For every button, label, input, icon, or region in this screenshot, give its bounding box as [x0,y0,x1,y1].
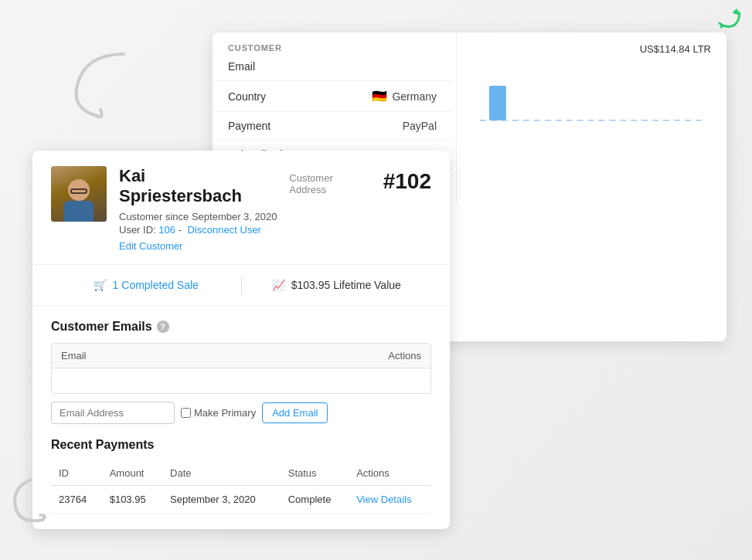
swirl-top-left-deco [62,46,155,134]
make-primary-label: Make Primary [181,407,256,419]
chart-small-icon: 📈 [272,279,285,291]
cart-icon: 🛒 [94,279,107,291]
svg-rect-1 [489,86,506,120]
payments-section-title: Recent Payments [51,438,431,452]
view-details-link[interactable]: View Details [356,494,411,505]
email-col-header: Email [61,350,388,361]
detail-label-country: Country [228,90,321,103]
cell-action: View Details [349,486,431,514]
disconnect-user-link[interactable]: Disconnect User [188,224,261,236]
col-amount: Amount [102,461,162,486]
germany-flag-icon: 🇩🇪 [372,89,387,104]
payments-table: ID Amount Date Status Actions 23764 $103… [51,461,431,514]
customer-name: Kai Spriestersbach [119,166,271,206]
email-add-row: Make Primary Add Email [51,402,431,424]
edit-customer-link[interactable]: Edit Customer [119,240,371,252]
avatar-body [64,201,94,222]
col-actions: Actions [349,461,431,486]
swirl-top-right-deco [692,6,746,56]
payments-table-body: 23764 $103.95 September 3, 2020 Complete… [51,486,431,514]
cell-amount: $103.95 [102,486,162,514]
sales-bar: 🛒 1 Completed Sale 📈 $103.95 Lifetime Va… [32,265,450,306]
customer-info-card: Kai Spriestersbach Customer Address Cust… [32,151,450,529]
detail-label-email: Email [228,60,321,73]
user-id-link[interactable]: 106 [158,224,175,236]
col-status: Status [281,461,349,486]
add-email-button[interactable]: Add Email [262,402,328,423]
email-table: Email Actions [51,343,431,394]
completed-sale-link[interactable]: 1 Completed Sale [113,279,199,291]
recent-payments-section: Recent Payments ID Amount Date Status Ac… [32,438,450,529]
customer-section-label: CUSTOMER [213,32,452,53]
chart-area [457,55,726,174]
detail-row-email: Email [213,53,452,81]
help-icon[interactable]: ? [157,321,169,333]
user-id-label: User ID: [119,224,156,236]
detail-value-country: 🇩🇪 Germany [321,89,437,104]
lifetime-value-text: $103.95 Lifetime Value [291,279,401,291]
actions-col-header: Actions [388,350,421,361]
lifetime-value-item: 📈 $103.95 Lifetime Value [242,279,432,291]
col-date: Date [162,461,281,486]
payments-table-head: ID Amount Date Status Actions [51,461,431,486]
payments-header-row: ID Amount Date Status Actions [51,461,431,486]
detail-row-payment: Payment PayPal [213,112,452,141]
avatar-glasses [70,188,87,194]
detail-row-country: Country 🇩🇪 Germany [213,81,452,112]
customer-number: #102 [383,166,431,194]
cell-date: September 3, 2020 [162,486,281,514]
email-table-header: Email Actions [52,344,430,368]
customer-address-label: Customer Address [289,172,370,195]
email-address-input[interactable] [51,402,175,424]
cell-status: Complete [281,486,349,514]
chart-value-label: US$114.84 LTR [457,32,726,55]
customer-info: Kai Spriestersbach Customer Address Cust… [119,166,371,252]
completed-sales-item: 🛒 1 Completed Sale [51,279,241,291]
chart-panel: US$114.84 LTR [456,32,726,202]
table-row: 23764 $103.95 September 3, 2020 Complete… [51,486,431,514]
customer-emails-section: Customer Emails ? Email Actions Make Pri… [32,306,450,438]
detail-label-payment: Payment [228,120,321,132]
scene: CUSTOMER Email Country 🇩🇪 Germany Paymen… [0,0,752,560]
revenue-chart [472,63,711,163]
customer-userid: User ID: 106 - Disconnect User [119,224,371,236]
emails-section-title: Customer Emails ? [51,320,431,334]
make-primary-checkbox[interactable] [181,408,191,418]
email-table-body [52,368,430,393]
customer-since: Customer since September 3, 2020 [119,211,371,222]
avatar [51,166,107,222]
customer-header: Kai Spriestersbach Customer Address Cust… [32,151,450,265]
detail-value-payment: PayPal [321,120,437,132]
swirl-bottom-left-deco [8,472,70,537]
avatar-head [68,179,90,201]
emails-title-text: Customer Emails [51,320,152,334]
